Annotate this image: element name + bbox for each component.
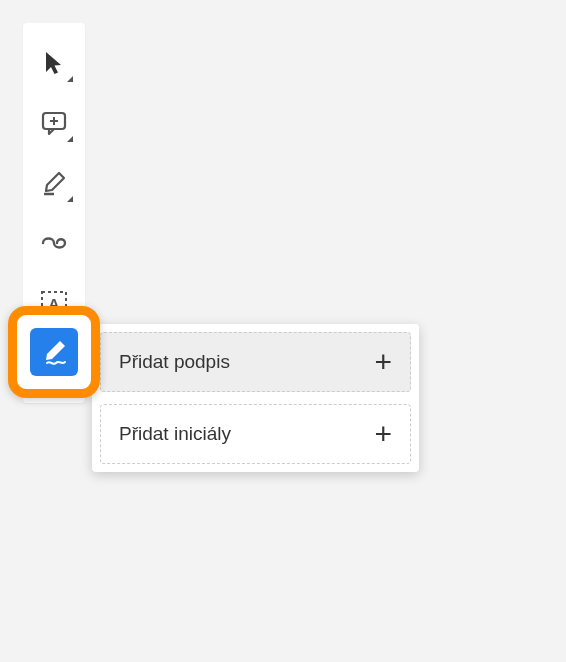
add-initials-label: Přidat iniciály xyxy=(119,423,231,445)
comment-tool-button[interactable] xyxy=(31,100,77,146)
cursor-icon xyxy=(43,50,65,76)
add-signature-label: Přidat podpis xyxy=(119,351,230,373)
draw-tool-button[interactable] xyxy=(31,220,77,266)
freehand-icon xyxy=(40,233,68,253)
highlighter-icon xyxy=(40,169,68,197)
plus-icon: + xyxy=(374,347,392,377)
highlight-tool-button[interactable] xyxy=(31,160,77,206)
sign-tool-highlight xyxy=(8,306,100,398)
add-initials-button[interactable]: Přidat iniciály + xyxy=(100,404,411,464)
pen-signature-icon xyxy=(38,336,70,368)
comment-icon xyxy=(41,110,67,136)
plus-icon: + xyxy=(374,419,392,449)
select-tool-button[interactable] xyxy=(31,40,77,86)
signature-popup: Přidat podpis + Přidat iniciály + xyxy=(92,324,419,472)
add-signature-button[interactable]: Přidat podpis + xyxy=(100,332,411,392)
sign-tool-button[interactable] xyxy=(30,328,78,376)
